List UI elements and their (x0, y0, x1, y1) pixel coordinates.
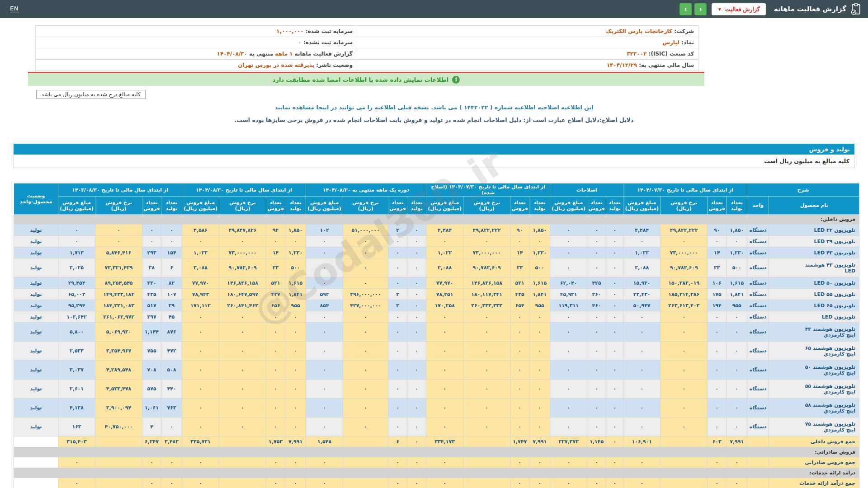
value-cell: ۴۵ (161, 311, 182, 323)
value-cell: ۰ (529, 478, 550, 488)
value-cell: ۲۶۰ (587, 289, 606, 300)
value-cell: ۰ (606, 436, 623, 447)
value-cell: ۰ (726, 418, 747, 436)
value-cell: ۶۲,۰۴۰ (550, 277, 587, 289)
value-cell: ۰ (343, 258, 388, 277)
value-cell: ۰ (708, 342, 726, 361)
unit-cell: دستگاه (747, 258, 769, 277)
value-cell: ۰ (660, 418, 708, 436)
value-cell: ۷۵۵ (142, 342, 161, 361)
value-cell: ۰ (550, 258, 587, 277)
chevron-right-icon: › (684, 5, 687, 13)
value-cell: ۰ (587, 380, 606, 399)
value-cell: ۰ (726, 311, 747, 323)
value-cell: ۰ (182, 399, 219, 418)
value-cell: ۰ (407, 277, 426, 289)
value-cell: ۴,۴۸۴ (426, 225, 463, 236)
unit-cell: دستگاه (747, 225, 769, 236)
value-cell: ۹۰,۷۸۲,۶۰۹ (463, 258, 510, 277)
value-cell: ۰ (510, 323, 529, 342)
value-cell: ۰ (407, 247, 426, 258)
value-cell: ۸۷۶ (161, 323, 182, 342)
value-cell: ۰ (606, 289, 623, 300)
value-cell: ۰ (606, 247, 623, 258)
value-cell: ۵۱۷ (142, 300, 161, 311)
value-cell: ۰ (407, 399, 426, 418)
prev-report-button[interactable]: ‹ (694, 3, 707, 15)
value-cell: ۰ (426, 236, 463, 247)
language-toggle-en[interactable]: EN (10, 5, 19, 13)
value-cell: ۴ (142, 418, 161, 436)
value-cell: ۷۰۸ (142, 361, 161, 380)
value-cell: ۰ (219, 311, 266, 323)
value-cell: ۰ (306, 236, 343, 247)
header-sale-rate: نرخ فروش (ریال) (660, 197, 708, 215)
value-cell: ۰ (426, 311, 463, 323)
value-cell: ۳۹۷ (142, 311, 161, 323)
value-cell: ۰ (550, 418, 587, 436)
value-cell: ۰ (161, 225, 182, 236)
value-cell: ۷,۹۹۱ (726, 436, 747, 447)
value-cell: ۰ (388, 258, 407, 277)
value-cell: ۰ (587, 247, 606, 258)
header-sale-rate: نرخ فروش (ریال) (343, 197, 388, 215)
product-name-cell: تلویزیون هوشمند ۶۵ اینچ کارمزدي (769, 342, 859, 361)
next-report-button[interactable]: › (679, 3, 692, 15)
unit-cell (747, 436, 769, 447)
value-cell: ۰ (463, 361, 510, 380)
header-unit: واحد (747, 197, 769, 215)
report-type-dropdown-label: گزارش فعالیت (725, 6, 760, 13)
value-cell: ۲۶۱,۰۶۲,۹۷۲ (95, 311, 142, 323)
value-cell: ۴۷۲ (161, 342, 182, 361)
value-cell: ۷۶۳ (161, 399, 182, 418)
value-cell: ۰ (726, 361, 747, 380)
value-cell: ۱,۲۳۰ (529, 247, 550, 258)
info-label: نماد: (679, 39, 694, 46)
value-cell: ۱۰۳,۶۴۲ (58, 311, 95, 323)
company-info-tbody: شرکت: کارخانجات پارس الکتریکسرمایه ثبت ش… (36, 26, 698, 71)
value-cell: ۰ (388, 399, 407, 418)
header-group-ytd-0730: از ابتدای سال مالی تا تاریخ ۱۴۰۴/۰۷/۳۰ (623, 183, 747, 197)
product-name-cell: تلویزیون LED (769, 311, 859, 323)
value-cell: ۱۴۹,۴۳۲,۱۸۴ (95, 289, 142, 300)
value-cell: ۰ (306, 342, 343, 361)
value-cell: ۰ (529, 236, 550, 247)
value-cell: ۳۲,۴۳۰ (623, 289, 660, 300)
product-name-cell: تلویزیون هوشمند ۷۵ اینچ کارمزدي (769, 418, 859, 436)
info-label: منتهی به (247, 51, 275, 57)
value-cell: ۱۸۰,۶۴۷,۵۹۷ (219, 289, 266, 300)
value-cell: ۰ (463, 236, 510, 247)
value-cell: ۰ (142, 236, 161, 247)
unit-cell (747, 478, 769, 488)
value-cell: ۰ (142, 225, 161, 236)
previous-statement-link[interactable]: اینجا (316, 104, 329, 111)
value-cell: ۱۷۱,۱۱۲ (182, 300, 219, 311)
value-cell: ۰ (266, 380, 285, 399)
value-cell: ۷۳,۰۰۰,۰۰۰ (219, 247, 266, 258)
value-cell: ۱,۸۴۱ (285, 289, 306, 300)
value-cell: ۸۲ (161, 277, 182, 289)
status-cell: تولید (14, 399, 58, 418)
value-cell: ۲۳ (708, 258, 726, 277)
value-cell: ۴,۴۸۴ (623, 225, 660, 236)
value-cell: ۰ (550, 225, 587, 236)
info-label: سال مالی منتهی به: (637, 62, 694, 68)
value-cell: ۱۹۴ (708, 300, 726, 311)
value-cell: ۰ (182, 380, 219, 399)
value-cell: ۱,۰۶۱ (142, 399, 161, 418)
report-type-dropdown[interactable]: گزارش فعالیت ▼ (712, 3, 766, 15)
value-cell: ۲ (388, 225, 407, 236)
value-cell: ۰ (708, 457, 726, 468)
value-cell: ۱۸۰,۱۱۷,۲۴۱ (463, 289, 510, 300)
value-cell: ۲۶۲,۶۱۳,۴۰۲ (660, 300, 708, 311)
value-cell: ۱,۷۴۷ (510, 436, 529, 447)
value-cell: ۰ (529, 457, 550, 468)
value-cell: ۱,۷۵۳ (266, 436, 285, 447)
value-cell: ۱۷۰,۲۵۸ (426, 300, 463, 311)
value-cell: ۰ (343, 323, 388, 342)
value-cell: ۱۰۲ (306, 225, 343, 236)
value-cell: ۰ (285, 323, 306, 342)
header-group-ytd-0730-corrected: از ابتدای سال مالی تا تاریخ ۱۴۰۴/۰۷/۳۰ (… (426, 183, 550, 197)
info-value: ۱,۰۰۰,۰۰۰ (276, 28, 303, 34)
value-cell: ۱,۶۱۵ (529, 277, 550, 289)
